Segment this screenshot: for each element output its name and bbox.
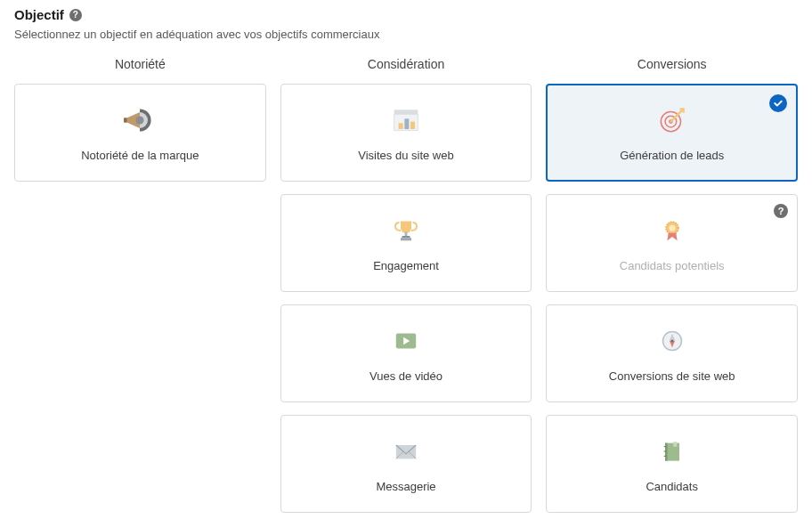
svg-rect-8 (402, 236, 410, 238)
card-label: Engagement (373, 259, 439, 272)
page-heading: Objectif (14, 7, 64, 22)
card-engagement[interactable]: Engagement (280, 194, 532, 292)
envelope-icon (386, 435, 426, 467)
card-label: Candidats potentiels (620, 259, 725, 272)
svg-rect-2 (394, 109, 418, 114)
card-label: Vues de vidéo (369, 369, 443, 383)
card-label: Candidats (646, 480, 698, 493)
card-brand-awareness[interactable]: Notoriété de la marque (14, 84, 266, 182)
column-awareness: Notoriété Notoriété de la marque (14, 57, 266, 525)
target-icon (653, 104, 692, 136)
trophy-icon (386, 215, 426, 247)
compass-icon (653, 325, 692, 357)
card-label: Notoriété de la marque (81, 149, 199, 162)
award-icon (653, 215, 692, 247)
card-label: Visites du site web (358, 149, 453, 162)
column-header-consideration: Considération (280, 57, 532, 71)
objective-columns: Notoriété Notoriété de la marque Considé… (14, 57, 798, 525)
check-icon (769, 94, 787, 112)
play-icon (386, 325, 426, 357)
card-video-views[interactable]: Vues de vidéo (280, 304, 532, 402)
svg-rect-4 (399, 123, 403, 129)
svg-rect-6 (410, 121, 415, 128)
help-icon[interactable]: ? (774, 204, 788, 218)
card-label: Conversions de site web (609, 369, 735, 383)
svg-rect-22 (673, 442, 677, 446)
card-lead-generation[interactable]: Génération de leads (546, 84, 798, 182)
column-consideration: Considération Visites du site web (280, 57, 532, 525)
column-conversions: Conversions Génération de leads ? (546, 57, 798, 525)
svg-rect-0 (124, 118, 127, 122)
column-header-conversions: Conversions (546, 57, 798, 71)
card-messaging[interactable]: Messagerie (280, 415, 532, 513)
svg-point-1 (136, 116, 144, 124)
card-label: Génération de leads (620, 149, 724, 162)
help-icon[interactable]: ? (69, 9, 82, 21)
column-header-awareness: Notoriété (14, 57, 266, 71)
card-job-applicants[interactable]: Candidats (546, 415, 798, 513)
browser-chart-icon (386, 104, 426, 136)
svg-rect-5 (404, 118, 409, 129)
svg-rect-7 (405, 231, 408, 236)
svg-point-19 (670, 339, 673, 342)
svg-rect-21 (665, 442, 668, 460)
notebook-icon (653, 435, 692, 467)
svg-point-17 (669, 224, 675, 231)
card-talent-leads[interactable]: ? Candidats potentiels (546, 194, 798, 292)
svg-rect-9 (401, 238, 411, 240)
card-website-conversions[interactable]: Conversions de site web (546, 304, 798, 402)
card-label: Messagerie (376, 480, 435, 493)
page-subtitle: Sélectionnez un objectif en adéquation a… (14, 28, 798, 41)
card-website-visits[interactable]: Visites du site web (280, 84, 532, 182)
megaphone-icon (120, 104, 159, 136)
